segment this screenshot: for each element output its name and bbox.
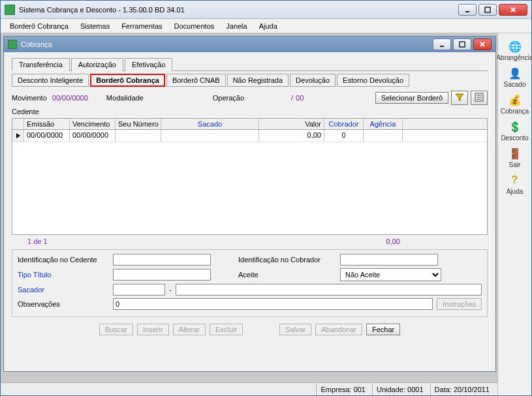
funnel-icon bbox=[455, 93, 464, 103]
main-window: Sistema Cobrança e Desconto - 1.35.00.0 … bbox=[0, 0, 532, 396]
instrucoes-button: Instruções bbox=[437, 298, 482, 310]
child-window: Cobrança Transferência Autorização Efeti… bbox=[3, 36, 496, 372]
side-item-abrangencia[interactable]: 🌐 Abrangência bbox=[501, 40, 529, 61]
col-emissao[interactable]: Emissão bbox=[24, 119, 70, 129]
cell-agencia[interactable] bbox=[364, 130, 403, 142]
observacoes-label: Observações bbox=[18, 300, 109, 308]
mdi-area: Cobrança Transferência Autorização Efeti… bbox=[1, 33, 497, 395]
side-item-desconto[interactable]: 💲 Desconto bbox=[501, 120, 529, 142]
list-icon-button[interactable] bbox=[471, 91, 488, 105]
status-data-label: Data: bbox=[435, 386, 452, 393]
cell-emissao[interactable]: 00/00/0000 bbox=[24, 130, 70, 142]
app-icon bbox=[5, 5, 15, 15]
col-valor[interactable]: Valor bbox=[259, 119, 324, 129]
tab2-bordero-cobranca[interactable]: Borderô Cobrança bbox=[90, 74, 165, 87]
list-icon bbox=[475, 93, 484, 103]
child-app-icon bbox=[8, 40, 17, 49]
sacador-label[interactable]: Sacador bbox=[18, 286, 109, 294]
tab2-bordero-cnab[interactable]: Borderô CNAB bbox=[166, 74, 226, 87]
ident-cedente-label: Identificação no Cedente bbox=[18, 256, 109, 264]
cell-seu-numero[interactable] bbox=[116, 130, 161, 142]
col-agencia[interactable]: Agência bbox=[364, 119, 403, 129]
selecionar-bordero-button[interactable]: Selecionar Borderô bbox=[375, 92, 448, 104]
tab2-nao-registrada[interactable]: Não Registrada bbox=[227, 74, 289, 87]
col-vencimento[interactable]: Vencimento bbox=[70, 119, 116, 129]
cell-vencimento[interactable]: 00/00/0000 bbox=[70, 130, 116, 142]
tab2-estorno-devolucao[interactable]: Estorno Devolução bbox=[337, 74, 409, 87]
status-empresa-label: Empresa: bbox=[321, 386, 351, 393]
col-seu-numero[interactable]: Seu Número bbox=[116, 119, 161, 129]
row-indicator-header bbox=[12, 119, 24, 129]
close-button[interactable] bbox=[499, 4, 527, 16]
svg-rect-5 bbox=[460, 42, 465, 47]
cell-sacado[interactable] bbox=[161, 130, 259, 142]
menu-documentos[interactable]: Documentos bbox=[169, 20, 220, 32]
inserir-button: Inserir bbox=[137, 324, 169, 335]
person-icon: 👤 bbox=[509, 67, 522, 80]
data-grid: Emissão Vencimento Seu Número Sacado Val… bbox=[12, 118, 488, 235]
salvar-button: Salvar bbox=[279, 324, 311, 335]
tab2-desconto-inteligente[interactable]: Desconto Inteligente bbox=[12, 74, 89, 87]
filter-icon-button[interactable] bbox=[451, 91, 468, 105]
tab2-devolucao[interactable]: Devolução bbox=[290, 74, 336, 87]
operacao-sep: / bbox=[291, 94, 293, 102]
child-titlebar: Cobrança bbox=[4, 37, 495, 52]
status-unidade-value: 0001 bbox=[407, 386, 423, 393]
menu-bordero[interactable]: Borderô Cobrança bbox=[5, 20, 74, 32]
menu-ajuda[interactable]: Ajuda bbox=[254, 20, 283, 32]
help-icon: ? bbox=[509, 174, 522, 187]
cell-valor[interactable]: 0,00 bbox=[259, 130, 324, 142]
side-item-ajuda[interactable]: ? Ajuda bbox=[501, 174, 529, 195]
side-item-cobranca[interactable]: 💰 Cobrança bbox=[501, 93, 529, 115]
aceite-select[interactable]: Não Aceite bbox=[340, 268, 441, 281]
tipo-titulo-label[interactable]: Tipo Título bbox=[18, 271, 109, 279]
observacoes-input[interactable] bbox=[113, 298, 433, 310]
tipo-titulo-input[interactable] bbox=[113, 269, 211, 281]
col-cobrador[interactable]: Cobrador bbox=[324, 119, 364, 129]
buscar-button: Buscar bbox=[99, 324, 133, 335]
status-unidade: Unidade: 0001 bbox=[372, 384, 428, 395]
movimento-value: 00/00/0000 bbox=[52, 94, 88, 102]
maximize-button[interactable] bbox=[478, 4, 497, 16]
grid-row[interactable]: 00/00/0000 00/00/0000 0,00 0 bbox=[12, 130, 487, 142]
col-sacado[interactable]: Sacado bbox=[161, 119, 259, 129]
side-label-sacado: Sacado bbox=[504, 81, 526, 88]
caret-right-icon bbox=[16, 133, 21, 138]
app-title: Sistema Cobrança e Desconto - 1.35.00.0 … bbox=[19, 6, 458, 14]
side-item-sair[interactable]: 🚪 Sair bbox=[501, 147, 529, 168]
menu-janela[interactable]: Janela bbox=[221, 20, 252, 32]
abandonar-button: Abandonar bbox=[315, 324, 362, 335]
cell-cobrador[interactable]: 0 bbox=[324, 130, 364, 142]
grid-body[interactable]: 00/00/0000 00/00/0000 0,00 0 bbox=[12, 130, 487, 234]
menu-sistemas[interactable]: Sistemas bbox=[75, 20, 115, 32]
ident-cobrador-input[interactable] bbox=[340, 254, 438, 266]
minimize-button[interactable] bbox=[458, 4, 477, 16]
child-body: Transferência Autorização Efetivação Des… bbox=[4, 52, 495, 371]
details-panel: Identificação no Cedente Identificação n… bbox=[12, 249, 488, 317]
sacador-input-b[interactable] bbox=[176, 284, 482, 296]
tab-efetivacao[interactable]: Efetivação bbox=[125, 58, 172, 71]
status-bar: Empresa: 001 Unidade: 0001 Data: 20/10/2… bbox=[1, 382, 497, 395]
exit-icon: 🚪 bbox=[509, 147, 522, 160]
sacador-input-a[interactable] bbox=[113, 284, 165, 296]
child-close-button[interactable] bbox=[473, 38, 492, 50]
excluir-button: Excluir bbox=[210, 324, 243, 335]
fechar-button[interactable]: Fechar bbox=[366, 324, 400, 335]
child-maximize-button[interactable] bbox=[453, 38, 471, 50]
child-title: Cobrança bbox=[21, 40, 433, 48]
side-label-sair: Sair bbox=[509, 161, 521, 168]
child-minimize-button[interactable] bbox=[433, 38, 451, 50]
tabs-level1: Transferência Autorização Efetivação bbox=[12, 57, 488, 71]
menu-ferramentas[interactable]: Ferramentas bbox=[116, 20, 167, 32]
side-label-abrangencia: Abrangência bbox=[496, 54, 532, 61]
modalidade-label: Modalidade bbox=[106, 94, 144, 102]
side-item-sacado[interactable]: 👤 Sacado bbox=[501, 67, 529, 88]
side-label-cobranca: Cobrança bbox=[501, 108, 529, 115]
discount-icon: 💲 bbox=[509, 120, 522, 133]
info-row: Movimento 00/00/0000 Modalidade Operação… bbox=[12, 91, 488, 105]
status-data: Data: 20/10/2011 bbox=[430, 384, 493, 395]
ident-cedente-input[interactable] bbox=[113, 254, 211, 266]
svg-rect-1 bbox=[485, 7, 490, 12]
tab-autorizacao[interactable]: Autorização bbox=[71, 58, 123, 71]
tab-transferencia[interactable]: Transferência bbox=[12, 58, 70, 71]
